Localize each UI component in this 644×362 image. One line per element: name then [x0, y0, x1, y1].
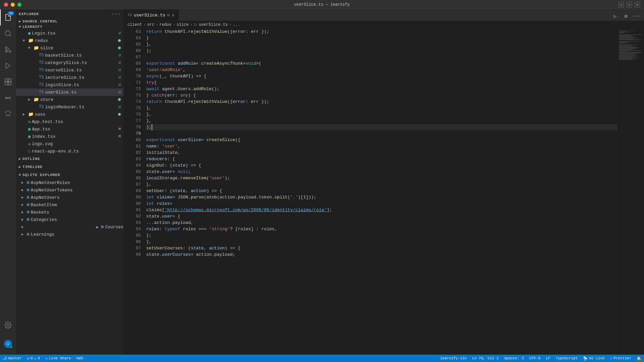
- list-item[interactable]: ▶ ⊞ AspNetUsers: [16, 194, 123, 201]
- code-line: },: [146, 105, 617, 111]
- chevron-right-icon: ▶: [21, 218, 27, 222]
- list-item[interactable]: ▶ ⊞ AspNetUserRoles: [16, 179, 123, 186]
- more-actions-icon[interactable]: ···: [632, 11, 641, 21]
- list-item[interactable]: ▣ Login.tsx U: [16, 29, 123, 37]
- table-name-label: BasketItem: [31, 202, 57, 207]
- breadcrumb-redux[interactable]: redux: [159, 22, 171, 27]
- liveshare-status[interactable]: ↗ Live Share: [43, 355, 74, 362]
- breadcrumb-file[interactable]: userSlice.ts: [199, 22, 228, 27]
- file-name-label: logo.svg: [32, 141, 123, 146]
- code-line: },: [146, 41, 617, 48]
- learnify-section[interactable]: ▼ LEARNIFY: [16, 24, 123, 29]
- breadcrumb-src[interactable]: src: [147, 22, 154, 27]
- play-icon[interactable]: ▶: [96, 225, 101, 229]
- list-item[interactable]: TS lectureSlice.ts U: [16, 74, 123, 81]
- account-activity-icon[interactable]: U: [0, 336, 16, 352]
- errors-status[interactable]: ✕ 0 ⚠ 0: [24, 355, 43, 362]
- list-item[interactable]: ▼ 📁 slice: [16, 44, 123, 52]
- source-control-activity-icon[interactable]: [0, 42, 16, 58]
- code-line: state.user = {: [146, 213, 617, 220]
- list-item[interactable]: ◻ react-app-env.d.ts: [16, 147, 123, 155]
- list-item[interactable]: TS userSlice.ts U: [16, 88, 123, 96]
- list-item[interactable]: TS loginSlice.ts U: [16, 81, 123, 88]
- list-item[interactable]: TS categorySlice.ts U: [16, 59, 123, 66]
- avatar: U: [4, 340, 12, 348]
- liveshare-activity-icon[interactable]: [0, 106, 16, 122]
- eol-status[interactable]: LF: [543, 355, 553, 362]
- tsx-file-icon: ▣: [28, 31, 31, 36]
- breadcrumb-symbol[interactable]: ...: [233, 22, 240, 27]
- ts-file-icon: TS: [39, 82, 44, 87]
- code-line: async (_, thunkAPI) => {: [146, 73, 617, 79]
- minimize-button[interactable]: [11, 3, 15, 7]
- timeline-header[interactable]: ▶ TIMELINE: [16, 163, 123, 171]
- sqlite-header[interactable]: ▼ SQLITE EXPLORER: [16, 171, 123, 179]
- run-file-icon[interactable]: ▷: [610, 11, 620, 21]
- list-item[interactable]: TS loginReducer.ts U: [16, 103, 123, 111]
- list-item[interactable]: ▶ ⊞ BasketItem: [16, 201, 123, 208]
- encoding-status[interactable]: UTF-8: [527, 355, 543, 362]
- list-item[interactable]: ⚙ App.test.tsx: [16, 118, 123, 125]
- list-item[interactable]: ▣ index.tsx M: [16, 133, 123, 140]
- split-icon[interactable]: ⊞: [635, 2, 640, 7]
- file-name-label: App.test.tsx: [32, 119, 123, 124]
- list-item[interactable]: ▶ ⊞ Categories: [16, 216, 123, 223]
- language-status[interactable]: TypeScript: [553, 355, 580, 362]
- breadcrumb-slice[interactable]: slice: [176, 22, 189, 27]
- close-tab-icon[interactable]: ✕: [171, 12, 174, 18]
- main-layout: 58 aws: [0, 9, 644, 355]
- source-control-section[interactable]: ▶ SOURCE CONTROL: [16, 19, 123, 24]
- list-item[interactable]: ▶ ⊞ AspNetUserTokens: [16, 186, 123, 194]
- branch-status[interactable]: ⎇ master: [0, 355, 24, 362]
- list-item[interactable]: ▼ 📁 redux: [16, 37, 123, 44]
- golive-status[interactable]: 📡 Go Live: [580, 355, 607, 362]
- code-line: } catch (err: any) {: [146, 92, 617, 99]
- project-status[interactable]: learnify.sln: [437, 355, 469, 362]
- ts-file-icon: TS: [39, 90, 44, 95]
- remote-activity-icon[interactable]: aws: [0, 90, 16, 106]
- table-name-label: Learnings: [31, 232, 54, 237]
- list-item[interactable]: ◈ logo.svg: [16, 140, 123, 147]
- maximize-button[interactable]: [17, 3, 21, 7]
- settings-activity-icon[interactable]: [0, 317, 16, 333]
- list-item[interactable]: TS courseSlice.ts U: [16, 66, 123, 74]
- code-line: };: [146, 232, 617, 239]
- run-activity-icon[interactable]: [0, 58, 16, 74]
- list-item[interactable]: ▶ 📁 store: [16, 96, 123, 103]
- outline-header[interactable]: ▶ OUTLINE: [16, 155, 123, 163]
- activity-bar: 58 aws: [0, 9, 16, 355]
- extensions-activity-icon[interactable]: [0, 74, 16, 90]
- ts-file-icon: TS: [39, 68, 44, 72]
- table-icon: ⊞: [27, 180, 30, 185]
- prettier-label: Prettier: [613, 356, 631, 360]
- breadcrumb-client[interactable]: client: [127, 22, 142, 27]
- explorer-menu-icon[interactable]: ···: [111, 11, 121, 17]
- list-item[interactable]: ▶ ⊞ Learnings: [16, 231, 123, 238]
- file-name-label: basketSlice.ts: [45, 53, 118, 58]
- list-item[interactable]: ▶ ▶ ⊞ Courses: [16, 223, 123, 231]
- aws-status[interactable]: AWS: [74, 355, 86, 362]
- spaces-status[interactable]: Spaces: 2: [501, 355, 527, 362]
- split-editor-icon[interactable]: ⊡: [621, 11, 631, 21]
- notification-status[interactable]: 🔔: [634, 355, 644, 362]
- code-line: localStorage.removeItem('user');: [146, 175, 617, 181]
- sidebar-toggle-icon[interactable]: ⊟: [619, 2, 624, 7]
- list-item[interactable]: ▶ ⊞ Baskets: [16, 208, 123, 216]
- position-status[interactable]: Ln 78, Col 1: [469, 355, 501, 362]
- tab-userslice[interactable]: TS userSlice.ts U ✕: [123, 9, 179, 21]
- close-button[interactable]: [4, 3, 8, 7]
- file-badge: U: [118, 53, 121, 57]
- layout-icon[interactable]: ⊡: [627, 2, 632, 7]
- table-name-label: AspNetUserRoles: [31, 180, 70, 185]
- table-icon: ⊞: [27, 209, 30, 215]
- explorer-header[interactable]: EXPLORER ···: [16, 9, 123, 19]
- list-item[interactable]: TS basketSlice.ts U: [16, 52, 123, 59]
- minimap[interactable]: [617, 28, 644, 355]
- prettier-status[interactable]: ✓ Prettier: [607, 355, 634, 362]
- code-content[interactable]: return thunkAPI.rejectWithValue({ error:…: [144, 28, 617, 355]
- list-item[interactable]: ▣ App.tsx M: [16, 125, 123, 133]
- list-item[interactable]: ▶ 📁 sass: [16, 111, 123, 118]
- search-activity-icon[interactable]: [0, 25, 16, 42]
- spaces-label: Spaces: 2: [504, 356, 524, 360]
- files-activity-icon[interactable]: 58: [0, 9, 16, 25]
